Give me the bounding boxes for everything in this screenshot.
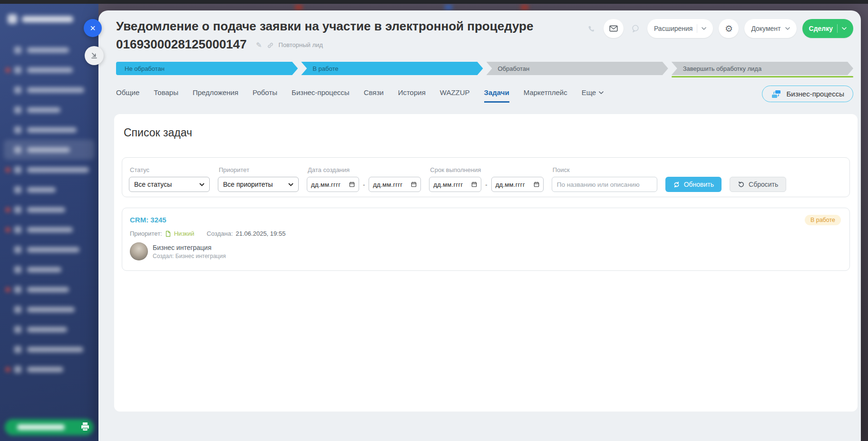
calendar-icon	[411, 182, 417, 187]
phone-icon[interactable]	[585, 22, 598, 35]
sidebar-item-blurred[interactable]	[0, 220, 98, 240]
task-item: CRM: 3245 В работе Приоритет: Низкий Соз…	[122, 208, 850, 271]
tab-istoriya[interactable]: История	[398, 88, 426, 103]
created-date-from[interactable]: дд.мм.гггг	[307, 177, 359, 192]
edit-pencil-icon[interactable]: ✎	[256, 36, 262, 54]
task-link[interactable]: CRM: 3245	[130, 216, 166, 224]
refresh-icon	[673, 181, 680, 188]
sidebar-item-blurred[interactable]	[0, 319, 98, 339]
deal-button[interactable]: Сделку	[802, 19, 853, 38]
deal-label: Сделку	[809, 25, 833, 32]
stage-in-progress[interactable]: В работе	[301, 62, 483, 75]
sidebar-item-blurred[interactable]	[0, 279, 98, 299]
sidebar-item-blurred[interactable]	[4, 140, 95, 160]
header-toolbar: Расширения ⚙ Документ Сделку	[585, 19, 853, 38]
tab-roboty[interactable]: Роботы	[253, 88, 277, 103]
document-label: Документ	[751, 25, 780, 32]
tab-zadachi[interactable]: Задачи	[484, 88, 509, 103]
lead-detail-panel: Уведомление о подаче заявки на участие в…	[98, 10, 861, 441]
mail-button[interactable]	[604, 19, 624, 38]
extensions-button[interactable]: Расширения	[647, 19, 713, 38]
tab-obshchie[interactable]: Общие	[116, 88, 139, 103]
task-responsible: Бизнес интеграция Создал: Бизнес интегра…	[130, 242, 842, 260]
tab-svyazi[interactable]: Связи	[364, 88, 384, 103]
stage-finish-processing[interactable]: Завершить обработку лида	[672, 62, 853, 75]
author-line: Создал: Бизнес интеграция	[153, 253, 226, 259]
search-filter-label: Поиск	[553, 166, 657, 173]
search-input[interactable]	[552, 177, 657, 192]
priority-filter-label: Приоритет	[219, 166, 299, 173]
chevron-down-icon	[842, 27, 847, 30]
sidebar-menu	[0, 40, 98, 379]
sidebar-item-blurred[interactable]	[0, 200, 98, 220]
status-select[interactable]: Все статусы	[129, 177, 210, 192]
copy-link-icon[interactable]	[267, 42, 274, 49]
sidebar-item-blurred[interactable]	[0, 60, 98, 80]
tab-eshche[interactable]: Еще	[582, 88, 604, 103]
task-filters: Статус Все статусы Приоритет Все приорит…	[122, 157, 850, 197]
sidebar-item-blurred[interactable]	[0, 160, 98, 180]
created-filter-label: Дата создания	[308, 166, 421, 173]
tab-marketpleys[interactable]: Маркетплейс	[524, 88, 567, 103]
tab-biznes-processy[interactable]: Бизнес-процессы	[292, 88, 350, 103]
sidebar-item-blurred[interactable]	[0, 299, 98, 319]
select-chevron-icon	[288, 183, 293, 186]
sidebar-item-blurred[interactable]	[0, 40, 98, 60]
tab-tovary[interactable]: Товары	[154, 88, 178, 103]
priority-select[interactable]: Все приоритеты	[218, 177, 299, 192]
close-panel-button[interactable]: ×	[84, 19, 102, 37]
deadline-date-from[interactable]: дд.мм.гггг	[429, 177, 481, 192]
lead-stage-bar: Не обработан В работе Обработан Завершит…	[116, 62, 853, 77]
refresh-button[interactable]: Обновить	[665, 177, 722, 192]
mail-icon	[609, 25, 618, 32]
calendar-icon	[534, 182, 539, 187]
created-label: Создана:	[207, 230, 233, 237]
sidebar-item-blurred[interactable]	[0, 339, 98, 359]
sidebar-item-blurred[interactable]	[0, 120, 98, 140]
lead-title-text: Уведомление о подаче заявки на участие в…	[116, 19, 533, 51]
created-value: 21.06.2025, 19:55	[236, 230, 286, 237]
chat-icon[interactable]	[629, 22, 642, 35]
deadline-filter-label: Срок выполнения	[430, 166, 543, 173]
avatar[interactable]	[130, 242, 148, 260]
created-date-to[interactable]: дд.мм.гггг	[369, 177, 421, 192]
calendar-icon	[349, 182, 355, 187]
sidebar-item-blurred[interactable]	[0, 259, 98, 279]
detail-tabs: Общие Товары Предложения Роботы Бизнес-п…	[116, 88, 604, 103]
reset-button[interactable]: Сбросить	[730, 177, 786, 192]
lead-type-label: Повторный лид	[279, 36, 323, 54]
deadline-date-to[interactable]: дд.мм.гггг	[491, 177, 544, 192]
stage-not-processed[interactable]: Не обработан	[116, 62, 298, 75]
priority-value: Низкий	[174, 230, 195, 237]
task-meta-row: Приоритет: Низкий Создана: 21.06.2025, 1…	[130, 230, 842, 237]
stage-processed[interactable]: Обработан	[487, 62, 668, 75]
range-separator: -	[363, 177, 365, 192]
sidebar-item-blurred[interactable]	[0, 240, 98, 259]
printer-icon[interactable]	[79, 421, 91, 433]
refresh-label: Обновить	[684, 181, 714, 188]
settings-button[interactable]: ⚙	[719, 19, 739, 38]
browser-top-strip	[0, 0, 868, 4]
business-processes-button[interactable]: Бизнес-процессы	[762, 86, 853, 102]
collapse-panel-button[interactable]	[85, 46, 104, 65]
extensions-label: Расширения	[654, 25, 692, 32]
business-process-icon	[771, 90, 781, 98]
document-button[interactable]: Документ	[744, 19, 796, 38]
gear-icon: ⚙	[725, 24, 733, 33]
sidebar-item-blurred[interactable]	[0, 359, 98, 379]
priority-file-icon	[165, 230, 171, 237]
sidebar	[0, 4, 98, 441]
background-blur-chip	[521, 5, 528, 10]
tab-wazzup[interactable]: WAZZUP	[440, 88, 470, 103]
task-list-card: Список задач Статус Все статусы Приорите…	[114, 114, 858, 412]
reset-icon	[738, 181, 745, 188]
sidebar-item-blurred[interactable]	[0, 180, 98, 200]
page-title: Уведомление о подаче заявки на участие в…	[116, 17, 573, 54]
collapse-arrow-icon	[90, 52, 98, 59]
sidebar-item-blurred[interactable]	[0, 100, 98, 120]
sidebar-item-blurred[interactable]	[0, 80, 98, 100]
status-filter-label: Статус	[130, 166, 210, 173]
tab-predlozheniya[interactable]: Предложения	[193, 88, 238, 103]
reset-label: Сбросить	[749, 181, 778, 188]
responsible-name[interactable]: Бизнес интеграция	[153, 244, 226, 251]
